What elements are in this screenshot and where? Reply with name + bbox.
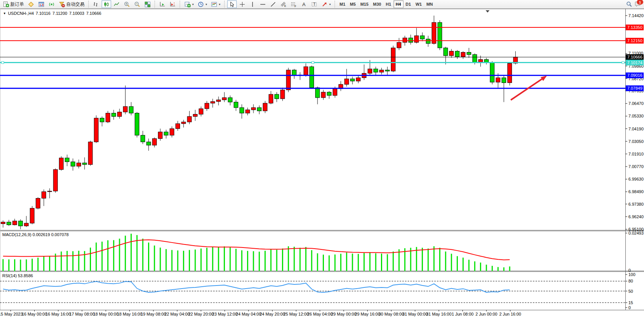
tf-w1-button[interactable]: W1 [413, 0, 424, 8]
indicators-dropdown-caret[interactable]: ▾ [192, 3, 194, 6]
bear-candle [234, 102, 238, 108]
oneclick-collapse-icon[interactable]: ▼ [3, 12, 6, 15]
line-chart-button[interactable] [112, 0, 121, 8]
time-tick-label: 18 May 00:00 [93, 312, 119, 316]
new-order-button[interactable]: 新订单 [1, 0, 26, 8]
rsi-tick-label: 80 [628, 279, 633, 283]
tf-m5-button[interactable]: M5 [348, 0, 358, 8]
tf-mn-button[interactable]: MN [424, 0, 435, 8]
cursor-icon [229, 1, 235, 8]
time-axis[interactable]: 15 May 202316 May 00:0016 May 16:0017 Ma… [0, 310, 521, 316]
templates-button[interactable]: ▾ [209, 0, 222, 8]
price-axis[interactable]: 7.144207.110007.098607.087207.076107.064… [625, 13, 644, 232]
periods-button[interactable]: ▾ [196, 0, 209, 8]
bull-candle [333, 89, 337, 95]
bull-candle [158, 132, 163, 138]
crosshair-button[interactable] [238, 0, 247, 8]
chart-window[interactable]: 7.144207.110007.098607.087207.076107.064… [0, 9, 644, 319]
chat-button[interactable]: 1 [634, 1, 641, 7]
price-tick-label: 7.05330 [628, 114, 644, 118]
line-drag-handle[interactable] [2, 62, 4, 64]
bear-candle [385, 70, 389, 71]
tf-m1-button[interactable]: M1 [337, 0, 348, 8]
tf-h1-button[interactable]: H1 [383, 0, 393, 8]
arrows-dropdown-caret[interactable]: ▾ [329, 3, 331, 6]
bull-candle [30, 208, 34, 223]
rsi-tick-label: 100 [628, 272, 635, 277]
tile-windows-button[interactable] [143, 0, 152, 8]
chart-close-value: 7.10666 [86, 11, 101, 16]
line-drag-handle[interactable] [312, 62, 314, 64]
main-toolbar: 新订单 [0, 0, 644, 9]
bull-candle [217, 100, 221, 102]
zoom-out-icon [134, 1, 140, 8]
time-tick-label: 26 May 04:00 [307, 312, 333, 316]
tf-d1-button[interactable]: D1 [403, 0, 413, 8]
text-button[interactable]: A [299, 0, 309, 8]
bear-candle [135, 113, 139, 135]
bear-candle [240, 108, 244, 113]
signal-button[interactable] [47, 0, 56, 8]
bar-chart-button[interactable] [91, 0, 101, 8]
price-tick-label: 7.01910 [628, 152, 644, 156]
auto-trading-icon [59, 1, 65, 8]
bull-candle [182, 122, 186, 124]
bull-candle [269, 94, 273, 103]
search-icon[interactable] [626, 1, 632, 7]
horizontal-line-button[interactable] [258, 0, 268, 8]
chart-shift-button[interactable] [168, 0, 177, 8]
indicators-icon [184, 1, 191, 8]
periods-clock-icon [198, 1, 204, 8]
trendline-button[interactable] [268, 0, 278, 8]
cursor-button[interactable] [227, 0, 237, 8]
zoom-out-button[interactable] [132, 0, 142, 8]
zoom-in-button[interactable] [122, 0, 132, 8]
arrows-tool-button[interactable]: ▾ [320, 0, 332, 8]
chart-low-value: 7.10003 [69, 11, 84, 16]
tf-m30-button[interactable]: M30 [371, 0, 383, 8]
templates-dropdown-caret[interactable]: ▾ [219, 3, 220, 6]
bear-candle [112, 113, 116, 117]
signal-icon [48, 1, 55, 8]
svg-text:A: A [302, 2, 306, 7]
indicators-button[interactable]: ▾ [183, 0, 195, 8]
chart-shift-marker[interactable] [486, 10, 489, 13]
market-quotes-button[interactable] [26, 0, 36, 8]
mt4-window: 新订单 [0, 0, 644, 319]
tf-h4-button[interactable]: H4 [394, 0, 403, 8]
text-label-icon: T [311, 1, 317, 8]
bear-candle [164, 132, 168, 135]
tf-m15-button[interactable]: M15 [358, 0, 371, 8]
bull-candle [53, 170, 57, 191]
time-tick-label: 31 May 16:00 [426, 312, 452, 316]
periods-dropdown-caret[interactable]: ▾ [206, 3, 207, 6]
vertical-line-button[interactable] [248, 0, 257, 8]
line-drag-handle[interactable] [622, 62, 624, 64]
candlestick-chart-button[interactable] [102, 0, 111, 8]
bear-candle [83, 163, 87, 164]
chart-window-button[interactable] [37, 0, 46, 8]
chart-canvas[interactable]: 7.144207.110007.098607.087207.076107.064… [0, 9, 644, 319]
bull-candle [379, 70, 384, 72]
drawing-tools-group: E F A T [227, 0, 333, 8]
bull-candle [187, 116, 191, 122]
scroll-group [157, 0, 178, 8]
auto-trading-button[interactable]: 自动交易 [57, 0, 86, 8]
vertical-line-icon [249, 1, 256, 8]
auto-scroll-button[interactable] [158, 0, 167, 8]
candles-layer [1, 16, 518, 229]
price-badge-label: 7.07849 [627, 86, 642, 90]
bear-candle [426, 39, 430, 44]
fibonacci-button[interactable]: F [289, 0, 298, 8]
bull-candle [397, 42, 401, 48]
fibonacci-icon: F [290, 1, 297, 8]
time-tick-label: 16 May 16:00 [46, 312, 71, 316]
text-label-button[interactable]: T [309, 0, 319, 8]
equidistant-channel-button[interactable]: E [279, 0, 288, 8]
time-tick-label: 30 May 08:00 [379, 312, 404, 316]
new-order-label: 新订单 [10, 1, 24, 8]
price-badge-label: 7.10174 [627, 60, 642, 65]
chat-unread-badge: 1 [637, 0, 643, 5]
time-tick-label: 18 May 16:00 [117, 312, 142, 316]
templates-icon [211, 1, 217, 8]
